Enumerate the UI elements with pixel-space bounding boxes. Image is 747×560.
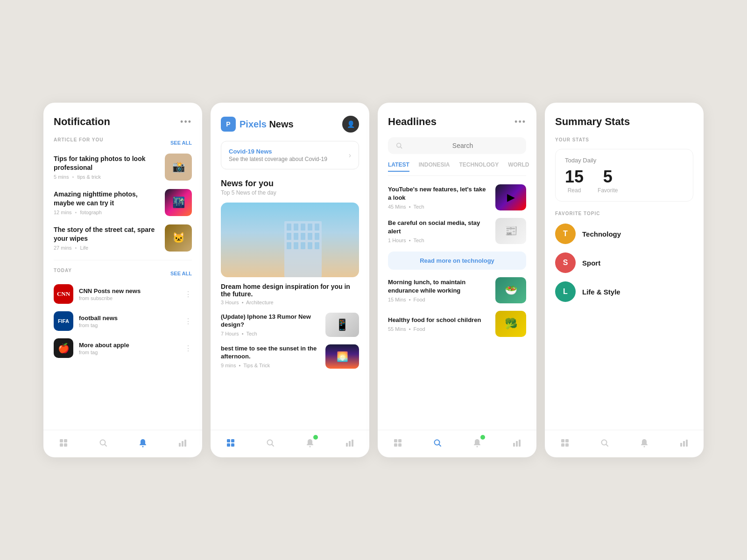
news-item-1[interactable]: (Update) Iphone 13 Rumor New design? 7 H…	[221, 313, 359, 337]
headline-meta-1: 45 Mins • Tech	[388, 204, 490, 210]
tab-technology[interactable]: TECHNOLOGY	[459, 161, 499, 172]
nav-bell-icon[interactable]	[137, 437, 149, 449]
headline-item-4[interactable]: Healthy food for school children 55 Mins…	[388, 311, 526, 337]
tab-latest[interactable]: LATEST	[388, 161, 409, 172]
cnn-dots[interactable]: ⋮	[184, 290, 192, 299]
news-item-2[interactable]: best time to see the sunset in the after…	[221, 344, 359, 369]
headlines-more-button[interactable]: •••	[514, 117, 526, 127]
nav-search-icon[interactable]	[97, 437, 109, 449]
search-input[interactable]	[407, 142, 519, 149]
svg-rect-45	[513, 443, 515, 447]
cnn-icon: CNN	[54, 284, 73, 304]
stats-card: Today Daily 15 Read 5 Favorite	[555, 149, 693, 202]
headline-thumb-4: 🥦	[495, 311, 526, 337]
bell-badge	[313, 435, 318, 440]
headline-title-4: Healthy food for school children	[388, 316, 490, 324]
pixels-logo: P	[221, 117, 236, 132]
svg-rect-48	[561, 439, 564, 442]
today-item-cnn[interactable]: CNN CNN Posts new news from subscribe ⋮	[54, 284, 192, 304]
svg-rect-13	[301, 224, 305, 231]
apple-icon: 🍎	[54, 338, 73, 358]
news-for-you-sub: Top 5 News of the day	[221, 189, 359, 196]
nav-bell-icon[interactable]	[471, 437, 483, 449]
screens-container: Notification ••• ARTICLE FOR YOU SEE ALL…	[25, 75, 722, 485]
topic-sport[interactable]: S Sport	[555, 252, 693, 273]
cnn-title: CNN Posts new news	[79, 287, 179, 294]
covid-banner[interactable]: Covid-19 News See the latest coverage ab…	[221, 141, 359, 169]
tab-indonesia[interactable]: INDONESIA	[419, 161, 450, 172]
nav-search-icon[interactable]	[264, 437, 276, 449]
pixels-brand: P Pixels News	[221, 117, 294, 132]
today-item-fifa[interactable]: FIFA football news from tag ⋮	[54, 311, 192, 331]
svg-rect-33	[346, 443, 348, 447]
svg-rect-3	[64, 443, 67, 447]
nav-chart-icon[interactable]	[511, 437, 523, 449]
svg-rect-20	[315, 233, 319, 240]
svg-rect-16	[287, 233, 291, 240]
notification-more-button[interactable]: •••	[180, 117, 192, 127]
user-avatar[interactable]: 👤	[342, 116, 359, 133]
notification-title: Notification	[54, 116, 110, 128]
topic-tech-name: Technology	[582, 230, 621, 238]
svg-rect-18	[301, 233, 305, 240]
topic-technology[interactable]: T Technology	[555, 224, 693, 244]
headline-meta-2: 1 Hours • Tech	[388, 238, 490, 243]
nav-bell-icon[interactable]	[638, 437, 650, 449]
headline-item-2[interactable]: Be careful on social media, stay alert 1…	[388, 218, 526, 244]
nav-search-icon[interactable]	[431, 437, 444, 449]
nav-chart-icon[interactable]	[176, 437, 189, 449]
read-more-technology-button[interactable]: Read more on technology	[388, 252, 526, 270]
headline-title-3: Morning lunch, to maintain endurance whi…	[388, 278, 490, 294]
apple-dots[interactable]: ⋮	[184, 344, 192, 353]
nav-bell-icon[interactable]	[304, 437, 316, 449]
topic-lifestyle[interactable]: L Life & Style	[555, 281, 693, 302]
bell-badge	[480, 435, 485, 440]
svg-rect-1	[64, 439, 67, 442]
pixels-bottom-nav	[211, 430, 369, 457]
divider-1	[54, 260, 192, 260]
svg-rect-9	[184, 440, 186, 447]
pixels-name: Pixels News	[240, 119, 294, 130]
topic-tech-icon: T	[555, 224, 576, 244]
svg-rect-39	[398, 439, 402, 442]
nav-chart-icon[interactable]	[678, 437, 690, 449]
headline-item-3[interactable]: Morning lunch, to maintain endurance whi…	[388, 277, 526, 303]
svg-rect-17	[294, 233, 298, 240]
fifa-dots[interactable]: ⋮	[184, 317, 192, 326]
svg-line-31	[272, 445, 274, 447]
svg-rect-47	[519, 440, 521, 447]
svg-rect-8	[182, 441, 183, 447]
nav-search-icon[interactable]	[599, 437, 611, 449]
article-section-label: ARTICLE FOR YOU	[54, 137, 103, 142]
svg-rect-28	[227, 443, 230, 447]
svg-line-37	[401, 147, 402, 148]
apple-sub: from tag	[79, 350, 179, 355]
headline-thumb-2: 📰	[495, 218, 526, 244]
today-item-apple[interactable]: 🍎 More about apple from tag ⋮	[54, 338, 192, 358]
article-item-1[interactable]: Tips for taking photos to look professio…	[54, 154, 192, 181]
svg-rect-41	[398, 443, 402, 447]
nav-grid-icon[interactable]	[57, 437, 70, 449]
article-item-3[interactable]: The story of the street cat, spare your …	[54, 224, 192, 252]
news-row-meta-2: 9 mins • Tips & Trick	[221, 363, 320, 368]
nav-grid-icon[interactable]	[392, 437, 404, 449]
tab-world[interactable]: WORLD	[508, 161, 529, 172]
nav-grid-icon[interactable]	[225, 437, 237, 449]
pixels-screen: P Pixels News 👤 Covid-19 News See the la…	[211, 103, 369, 457]
topic-sport-name: Sport	[582, 259, 600, 267]
nav-grid-icon[interactable]	[559, 437, 571, 449]
svg-rect-11	[287, 224, 291, 231]
article-item-2[interactable]: Amazing nighttime photos, maybe we can t…	[54, 189, 192, 216]
article-title-3: The story of the street cat, spare your …	[54, 225, 159, 243]
today-section-label: TODAY	[54, 268, 72, 273]
search-bar[interactable]	[388, 137, 526, 154]
nav-chart-icon[interactable]	[344, 437, 356, 449]
svg-rect-29	[231, 443, 234, 447]
article-title-2: Amazing nighttime photos, maybe we can t…	[54, 190, 159, 208]
article-thumb-2: 🌃	[165, 189, 192, 216]
see-all-today-button[interactable]: SEE ALL	[170, 271, 192, 276]
featured-image[interactable]	[221, 203, 359, 277]
svg-rect-21	[287, 242, 291, 249]
see-all-articles-button[interactable]: SEE ALL	[170, 140, 192, 146]
headline-item-1[interactable]: YouTube's new features, let's take a loo…	[388, 184, 526, 210]
